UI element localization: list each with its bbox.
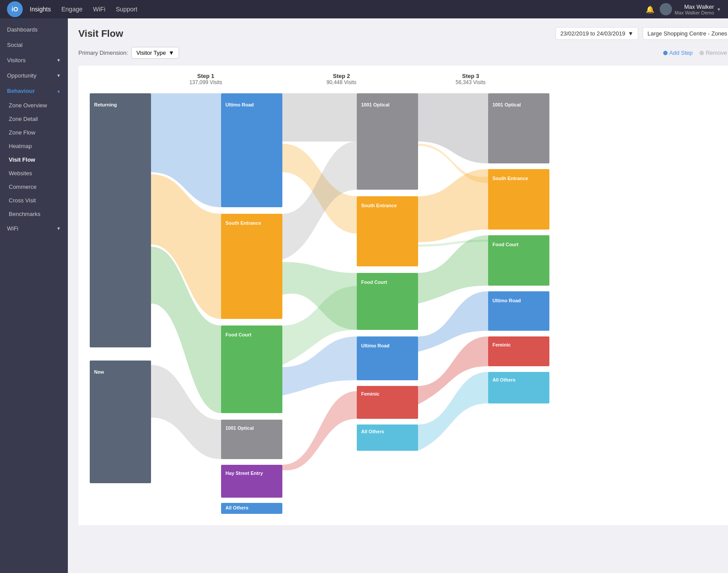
app-logo: iO — [7, 1, 23, 17]
nav-links: Insights Engage WiFi Support — [30, 6, 646, 13]
flow-s1ul-s2op — [282, 93, 357, 141]
bell-icon[interactable]: 🔔 — [646, 5, 654, 14]
node-s2-others — [357, 424, 418, 451]
sidebar-item-dashboards[interactable]: Dashboards — [0, 22, 68, 37]
toolbar: Primary Dimension: Visitor Type ▼ Add St… — [78, 47, 728, 59]
chevron-down-icon: ▼ — [56, 58, 61, 63]
header-controls: 23/02/2019 to 24/03/2019 ▼ Large Shoppin… — [556, 27, 728, 40]
sidebar-item-cross-visit[interactable]: Cross Visit — [0, 194, 68, 207]
add-step-button[interactable]: Add Step — [663, 50, 693, 56]
node-new — [90, 361, 151, 483]
sidebar-item-social[interactable]: Social — [0, 37, 68, 53]
sidebar-item-visitors[interactable]: Visitors ▼ — [0, 53, 68, 68]
sidebar-item-visit-flow[interactable]: Visit Flow — [0, 153, 68, 166]
sidebar-item-websites[interactable]: Websites — [0, 166, 68, 180]
visitor-type-select[interactable]: Visitor Type ▼ — [131, 47, 179, 59]
sidebar-item-commerce[interactable]: Commerce — [0, 180, 68, 194]
sidebar-item-zone-overview[interactable]: Zone Overview — [0, 99, 68, 112]
node-returning — [90, 93, 151, 347]
remove-step-button[interactable]: Remove Step — [700, 50, 728, 56]
chevron-down-icon: ▼ — [56, 73, 61, 78]
flow-s1hay-s2fem — [282, 391, 357, 470]
toolbar-right: Add Step Remove Step — [663, 50, 728, 56]
node-s3-south — [488, 169, 549, 230]
node-s3-ultimo — [488, 291, 549, 331]
sidebar: Dashboards Social Visitors ▼ Opportunity… — [0, 18, 68, 573]
sidebar-item-zone-detail[interactable]: Zone Detail — [0, 112, 68, 126]
node-s1-others — [221, 503, 282, 514]
sidebar-item-benchmarks[interactable]: Benchmarks — [0, 207, 68, 221]
page-header: Visit Flow 23/02/2019 to 24/03/2019 ▼ La… — [78, 27, 728, 40]
node-s3-others — [488, 372, 549, 403]
nav-wifi[interactable]: WiFi — [93, 6, 106, 13]
chevron-down-icon: ▼ — [169, 50, 174, 56]
chevron-down-icon: ▼ — [717, 7, 721, 12]
sidebar-item-wifi[interactable]: WiFi ▼ — [0, 221, 68, 236]
main-content: Visit Flow 23/02/2019 to 24/03/2019 ▼ La… — [68, 18, 728, 573]
user-name: Max Walker — [675, 4, 714, 10]
node-s1-optical — [221, 420, 282, 459]
top-navigation: iO Insights Engage WiFi Support 🔔 Max Wa… — [0, 0, 728, 18]
chart-container: Step 1 137,099 Visits Step 2 90,448 Visi… — [78, 66, 728, 525]
sidebar-item-heatmap[interactable]: Heatmap — [0, 139, 68, 153]
remove-step-dot — [700, 51, 704, 55]
node-s3-optical — [488, 93, 549, 163]
node-s2-ultimo — [357, 336, 418, 380]
chevron-up-icon: ▲ — [56, 88, 61, 93]
node-s1-ultimo — [221, 93, 282, 207]
nav-right: 🔔 Max Walker Max Walker Demo ▼ — [646, 3, 721, 15]
user-demo: Max Walker Demo — [675, 10, 714, 15]
sankey-chart: Returning New Ultimo Road South Entrance… — [85, 89, 728, 518]
location-dropdown[interactable]: Large Shopping Centre - Zones ▼ — [643, 27, 728, 40]
page-title: Visit Flow — [78, 28, 123, 39]
sidebar-item-behaviour[interactable]: Behaviour ▲ — [0, 83, 68, 99]
node-s2-optical — [357, 93, 418, 190]
step1-header: Step 1 137,099 Visits — [160, 73, 252, 85]
flow-s2op-s3op — [418, 93, 488, 163]
node-s3-feminic — [488, 336, 549, 366]
chevron-down-icon: ▼ — [628, 30, 633, 37]
node-s1-food — [221, 325, 282, 413]
node-s1-south — [221, 214, 282, 319]
node-s2-food — [357, 273, 418, 330]
chevron-down-icon: ▼ — [56, 226, 61, 231]
nav-support[interactable]: Support — [116, 6, 137, 13]
nav-engage[interactable]: Engage — [61, 6, 82, 13]
primary-dimension: Primary Dimension: Visitor Type ▼ — [78, 47, 179, 59]
step3-header: Step 3 56,343 Visits — [427, 73, 514, 85]
flow-s2oth-s3oth — [418, 372, 488, 451]
sidebar-item-opportunity[interactable]: Opportunity ▼ — [0, 68, 68, 83]
step2-header: Step 2 90,448 Visits — [291, 73, 392, 85]
node-s1-hay — [221, 465, 282, 498]
node-s2-feminic — [357, 386, 418, 419]
sidebar-item-zone-flow[interactable]: Zone Flow — [0, 126, 68, 139]
nav-insights[interactable]: Insights — [30, 6, 51, 13]
node-s2-south — [357, 196, 418, 266]
add-step-dot — [663, 51, 668, 55]
node-s3-food — [488, 235, 549, 286]
date-range-dropdown[interactable]: 23/02/2019 to 24/03/2019 ▼ — [556, 27, 638, 40]
user-profile[interactable]: Max Walker Max Walker Demo ▼ — [660, 3, 721, 15]
steps-header: Step 1 137,099 Visits Step 2 90,448 Visi… — [85, 73, 728, 85]
